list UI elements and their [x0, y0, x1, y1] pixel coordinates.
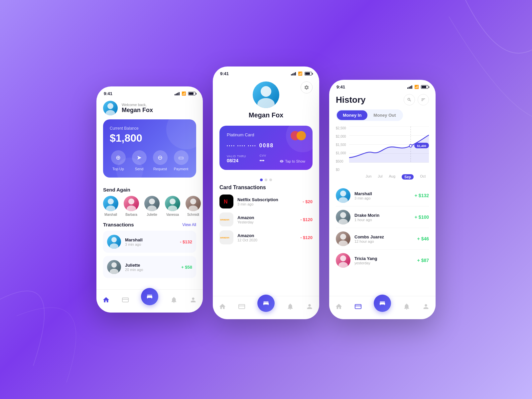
nav-center-3[interactable]: [374, 295, 391, 312]
y-label-0: $0: [336, 168, 346, 172]
phone-1: 9:41 📶: [96, 86, 203, 313]
view-all-link[interactable]: View All: [182, 222, 196, 227]
transaction-juliette[interactable]: Juliette 20 min ago + $58: [103, 256, 196, 278]
nav-center-2[interactable]: [257, 295, 275, 312]
svg-point-8: [170, 199, 176, 204]
hist-avatar-marshall: [336, 188, 350, 203]
tab-money-in[interactable]: Money In: [337, 110, 367, 120]
card-pagination: [213, 175, 319, 183]
chart-x-labels: Jun Jul Aug Sep Oct: [362, 174, 429, 180]
y-label-500: $500: [336, 160, 346, 163]
trans-time-amazon-1: Yesterday: [237, 220, 296, 224]
send-again-title: Send Again: [96, 183, 203, 196]
trans-netflix[interactable]: N Netflix Subscription 3 min ago - $20: [219, 195, 313, 208]
nav-home-2[interactable]: [219, 303, 226, 310]
status-bar-1: 9:41 📶: [96, 86, 203, 98]
nav-notifications-1[interactable]: [170, 296, 178, 304]
svg-rect-43: [355, 304, 361, 309]
nav-cards-3[interactable]: [354, 303, 362, 310]
nav-center-1[interactable]: [141, 288, 158, 305]
nav-cards-2[interactable]: [238, 303, 245, 310]
valid-thru-label: VALID THRU: [227, 155, 246, 158]
trans-name-amazon-1: Amazon: [237, 215, 296, 220]
hist-time-drake: 1 hour ago: [354, 218, 411, 222]
credit-card: Platinum Card •••• •••• •••• 0088 VALID …: [219, 126, 313, 170]
svg-point-32: [410, 145, 412, 147]
nav-home-3[interactable]: [335, 303, 342, 310]
trans-amount-juliette: + $58: [181, 265, 192, 270]
svg-text:amazon: amazon: [220, 236, 229, 239]
svg-point-10: [190, 199, 196, 204]
svg-point-6: [149, 199, 155, 204]
settings-button[interactable]: [301, 81, 313, 93]
hist-info-drake: Drake Morin 1 hour ago: [354, 213, 411, 222]
contact-barbara[interactable]: Barbara: [124, 196, 139, 216]
status-icons-3: 📶: [407, 85, 428, 89]
svg-point-35: [340, 191, 346, 197]
nav-notifications-3[interactable]: [403, 303, 410, 310]
contact-vanessa[interactable]: Vanessa: [165, 196, 180, 216]
card-cvv: CVV •••: [260, 154, 266, 163]
signal-icon: [175, 92, 180, 95]
svg-point-42: [338, 262, 348, 268]
svg-point-36: [338, 197, 348, 203]
contact-marshall[interactable]: Marshall: [103, 196, 118, 216]
profile-name: Megan Fox: [249, 111, 283, 119]
hist-combs[interactable]: Combs Juarez 12 hour ago + $46: [336, 228, 429, 250]
bottom-nav-1: [96, 289, 203, 313]
hist-info-tricia: Tricia Yang yesterday: [354, 256, 413, 265]
tab-money-out[interactable]: Money Out: [367, 110, 402, 120]
sort-button[interactable]: [418, 94, 429, 105]
hist-marshall[interactable]: Marshall 3 min ago + $132: [336, 185, 429, 206]
contact-schmidt[interactable]: Schmidt: [186, 196, 201, 216]
search-button[interactable]: [404, 94, 415, 105]
request-label: Request: [153, 167, 167, 171]
payment-button[interactable]: ▭ Payment: [173, 150, 190, 171]
request-icon: ⊖: [153, 150, 168, 165]
card-last4: 0088: [259, 143, 274, 149]
payment-icon: ▭: [174, 150, 189, 165]
trans-avatar-marshall: [107, 235, 121, 249]
nav-notifications-2[interactable]: [287, 303, 294, 310]
wifi-icon: 📶: [182, 91, 186, 96]
send-button[interactable]: ➤ Send: [131, 150, 148, 171]
svg-point-39: [340, 234, 346, 240]
hist-tricia[interactable]: Tricia Yang yesterday + $87: [336, 250, 429, 271]
payment-label: Payment: [174, 167, 188, 171]
valid-thru-value: 08/24: [227, 158, 246, 163]
nav-cards-1[interactable]: [122, 296, 129, 304]
trans-amazon-1[interactable]: amazon Amazon Yesterday - $120: [219, 212, 313, 226]
topup-label: Top Up: [112, 167, 124, 171]
x-sep[interactable]: Sep: [402, 174, 414, 180]
nav-profile-2[interactable]: [306, 303, 313, 310]
svg-text:$1,400: $1,400: [417, 144, 426, 148]
phone-2: 9:41 📶: [213, 66, 319, 319]
trans-amazon-2[interactable]: amazon Amazon 12 Oct 2020 - $120: [219, 230, 313, 244]
nav-home-1[interactable]: [102, 296, 110, 304]
topup-button[interactable]: ⊕ Top Up: [110, 150, 127, 171]
amazon-icon-2: amazon: [219, 230, 233, 244]
trans-info-amazon-2: Amazon 12 Oct 2020: [237, 233, 296, 242]
phone-3: 9:41 📶 History: [329, 80, 436, 319]
transaction-marshall[interactable]: Marshall 3 min ago - $132: [103, 231, 196, 253]
user-name: Megan Fox: [122, 107, 153, 114]
svg-rect-16: [122, 298, 128, 302]
nav-profile-1[interactable]: [190, 296, 197, 304]
svg-point-11: [189, 205, 198, 211]
svg-point-15: [110, 269, 118, 274]
wifi-icon-3: 📶: [414, 85, 419, 89]
tap-to-show[interactable]: Tap to Show: [280, 159, 305, 163]
request-button[interactable]: ⊖ Request: [152, 150, 169, 171]
y-label-1000: $1,000: [336, 151, 346, 155]
trans-name-juliette: Juliette: [125, 263, 177, 268]
hist-drake[interactable]: Drake Morin 1 hour ago + $100: [336, 206, 429, 228]
contact-juliette[interactable]: Juliette: [144, 196, 160, 216]
x-aug: Aug: [389, 174, 395, 180]
contact-name-marshall: Marshall: [104, 213, 117, 216]
x-jun: Jun: [366, 174, 372, 180]
x-oct: Oct: [420, 174, 426, 180]
action-buttons: ⊕ Top Up ➤ Send ⊖ Request ▭ Payment: [110, 150, 190, 171]
hist-amount-combs: + $46: [417, 236, 429, 241]
contact-avatar-barbara: [124, 196, 139, 211]
nav-profile-3[interactable]: [422, 303, 430, 310]
